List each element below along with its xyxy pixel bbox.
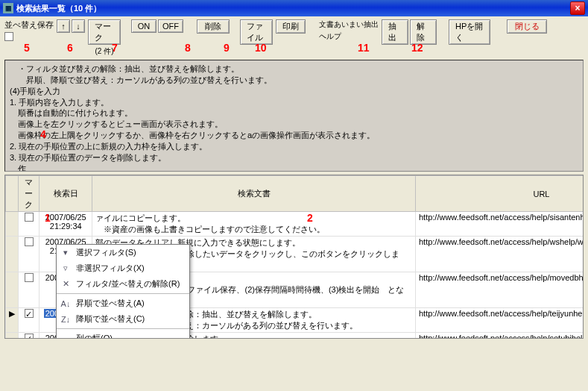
row-selector[interactable] [6,272,19,308]
extract-button[interactable]: 抽出 [382,19,408,45]
ctx-filter-nonselection[interactable]: ▿ 非選択フィルタ(X) [57,260,189,276]
url-cell: http://www.feedsoft.net/access/help/teij… [415,308,584,333]
info-panel: ・フィルタ並び替えの解除：抽出、並び替えを解除します。 昇順、降順で並び替え：カ… [4,60,584,172]
sort-down-button[interactable]: ↓ [72,19,85,33]
doc-extract-group-label: 文書あいまい抽出 [319,19,379,30]
table-row[interactable]: 2007/06/2521:29:34ァイルにコピーします。 ※資産の画像も上書き… [6,212,584,237]
ctx-filter-clear[interactable]: ✕ フィルタ/並べ替えの解除(R) [57,276,189,292]
col-width-icon: ↔ [60,334,72,340]
row-selector[interactable] [6,237,19,272]
ctx-col-width[interactable]: ↔ 列の幅(O)... [57,331,189,339]
filter-nonsel-icon: ▿ [60,263,72,274]
mark-cell[interactable] [19,237,39,272]
mark-cell[interactable] [19,272,39,308]
col-mark[interactable]: マーク [19,176,39,212]
app-icon: ▦ [3,3,13,13]
result-grid[interactable]: マーク 検索日 検索文書 URL URL更新日 2007/06/2521:29:… [4,175,584,339]
mark-count-label: (2 件) [95,46,114,57]
titlebar: ▦ 検索結果一覧（10 件） × [0,0,588,16]
close-window-button[interactable]: × [570,1,585,15]
filter-clear-icon: ✕ [60,279,72,290]
ctx-filter-selection[interactable]: ▾ 選択フィルタ(S) [57,245,189,260]
ctx-sort-asc[interactable]: A↓ 昇順で並べ替え(A) [57,295,189,311]
ctx-sort-desc[interactable]: Z↓ 降順で並べ替え(C) [57,311,189,327]
ctx-item-label: 降順で並べ替え(C) [76,313,145,325]
row-selector[interactable]: ▶ [6,308,19,333]
mark-cell[interactable]: ✓ [19,308,39,333]
url-cell: http://www.feedsoft.net/access/help/move… [415,272,584,308]
context-menu: ▾ 選択フィルタ(S) ▿ 非選択フィルタ(X) ✕ フィルタ/並べ替えの解除(… [56,244,190,339]
sort-asc-icon: A↓ [60,298,72,309]
ctx-item-label: フィルタ/並べ替えの解除(R) [76,278,180,290]
ctx-item-label: 列の幅(O)... [76,333,119,339]
file-button[interactable]: ファイル [240,19,273,45]
open-hp-button[interactable]: HPを開く [449,19,490,45]
url-cell: http://www.feedsoft.net/access/help/sisa… [415,212,584,237]
mark-cell[interactable]: ✓ [19,333,39,340]
sort-save-label: 並べ替え保存 [4,19,54,31]
delete-button[interactable]: 削除 [197,19,230,34]
on-button[interactable]: ON [131,19,157,33]
col-doc[interactable]: 検索文書 [92,176,416,212]
date-cell: 2007/06/2521:29:34 [39,212,92,237]
url-cell: http://www.feedsoft.net/access/help/setu… [415,333,584,340]
print-button[interactable]: 印刷 [276,19,306,34]
row-selector[interactable] [6,212,19,237]
sort-save-checkbox[interactable] [4,32,13,41]
url-cell: http://www.feedsoft.net/access/help/wshe… [415,237,584,272]
ctx-item-label: 非選択フィルタ(X) [76,263,145,274]
filter-sel-icon: ▾ [60,248,72,258]
col-url[interactable]: URL [415,176,584,212]
cancel-extract-button[interactable]: 解除 [410,19,437,45]
off-button[interactable]: OFF [158,19,183,33]
row-selector[interactable] [6,333,19,340]
sort-up-button[interactable]: ↑ [57,19,70,33]
row-header-blank [6,176,19,212]
mark-button[interactable]: マーク [88,19,121,45]
sort-desc-icon: Z↓ [60,314,72,325]
col-date[interactable]: 検索日 [39,176,92,212]
window-title: 検索結果一覧（10 件） [16,3,570,14]
toolbar: 並べ替え保存 ↑ ↓ マーク (2 件) ON OFF 削除 ファイル 印刷 文… [0,16,588,58]
doc-cell: ァイルにコピーします。 ※資産の画像も上書きコピーしますので注意してください。 [92,212,416,237]
ctx-item-label: 昇順で並べ替え(A) [76,298,145,309]
ctx-item-label: 選択フィルタ(S) [76,247,136,258]
mark-cell[interactable] [19,212,39,237]
help-link[interactable]: ヘルプ [319,31,341,42]
close-list-button[interactable]: 閉じる [507,19,547,34]
